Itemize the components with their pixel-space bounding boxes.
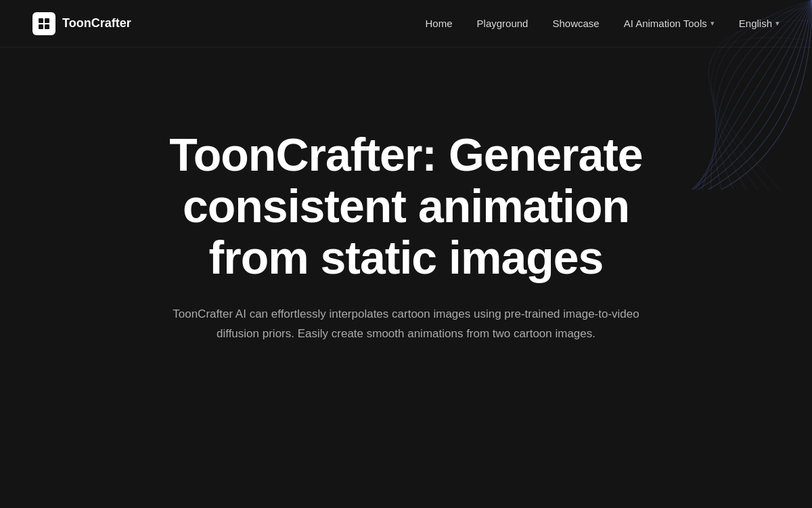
language-chevron-icon: ▾ xyxy=(775,19,780,28)
nav-links: Home Playground Showcase AI Animation To… xyxy=(426,18,780,29)
nav-language-label: English xyxy=(739,18,772,29)
svg-rect-2 xyxy=(39,24,43,29)
hero-section: ToonCrafter: Generate consistent animati… xyxy=(0,75,812,385)
svg-rect-1 xyxy=(45,18,49,23)
logo-text: ToonCrafter xyxy=(62,16,131,30)
ai-tools-chevron-icon: ▾ xyxy=(710,19,715,28)
hero-subtitle: ToonCrafter AI can effortlessly interpol… xyxy=(169,305,643,344)
hero-title: ToonCrafter: Generate consistent animati… xyxy=(149,129,663,283)
nav-playground[interactable]: Playground xyxy=(477,18,528,29)
logo-link[interactable]: ToonCrafter xyxy=(32,12,131,35)
nav-showcase[interactable]: Showcase xyxy=(552,18,599,29)
nav-language-dropdown[interactable]: English ▾ xyxy=(739,18,780,29)
svg-rect-0 xyxy=(39,18,43,23)
nav-ai-tools-dropdown[interactable]: AI Animation Tools ▾ xyxy=(624,18,715,29)
nav-ai-tools-label: AI Animation Tools xyxy=(624,18,707,29)
logo-icon xyxy=(32,12,55,35)
svg-rect-3 xyxy=(45,24,49,29)
nav-home[interactable]: Home xyxy=(426,18,453,29)
navbar: ToonCrafter Home Playground Showcase AI … xyxy=(0,0,812,47)
